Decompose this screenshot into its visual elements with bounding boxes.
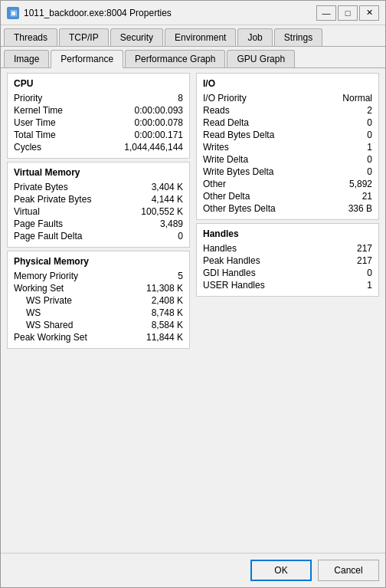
- row-label: Kernel Time: [14, 105, 63, 116]
- row-value: Normal: [342, 93, 372, 103]
- table-row: GDI Handles0: [203, 267, 372, 279]
- row-label: Other Bytes Delta: [203, 203, 276, 214]
- row-value: 2,408 K: [152, 295, 183, 306]
- virtual-memory-rows: Private Bytes3,404 KPeak Private Bytes4,…: [14, 181, 183, 242]
- table-row: Handles217: [203, 242, 372, 255]
- tab-performance-graph[interactable]: Performance Graph: [125, 50, 225, 67]
- table-row: Total Time0:00:00.171: [14, 129, 183, 141]
- table-row: Working Set11,308 K: [14, 282, 183, 294]
- row-value: 1: [367, 142, 372, 153]
- maximize-button[interactable]: □: [338, 5, 358, 21]
- row-value: 8,748 K: [152, 307, 183, 318]
- tabs-row-2: ImagePerformancePerformance GraphGPU Gra…: [1, 47, 385, 68]
- row-value: 1,044,446,144: [124, 142, 183, 153]
- tabs-row-1: ThreadsTCP/IPSecurityEnvironmentJobStrin…: [1, 25, 385, 47]
- row-label: Memory Priority: [14, 271, 78, 281]
- row-value: 217: [357, 255, 372, 266]
- row-label: Page Faults: [14, 218, 63, 229]
- row-value: 4,144 K: [152, 194, 183, 205]
- table-row: WS8,748 K: [14, 307, 183, 319]
- tab-environment[interactable]: Environment: [165, 28, 236, 46]
- table-row: I/O PriorityNormal: [203, 92, 372, 104]
- table-row: Peak Private Bytes4,144 K: [14, 193, 183, 205]
- minimize-button[interactable]: —: [316, 5, 336, 21]
- table-row: Kernel Time0:00:00.093: [14, 104, 183, 117]
- row-value: 11,844 K: [146, 332, 183, 343]
- close-button[interactable]: ✕: [359, 5, 379, 21]
- app-icon: ▣: [7, 7, 19, 19]
- row-label: Cycles: [14, 142, 41, 153]
- row-label: WS Private: [14, 295, 72, 306]
- row-label: Private Bytes: [14, 182, 68, 192]
- table-row: Reads2: [203, 104, 372, 117]
- row-value: 0:00:00.078: [135, 117, 183, 128]
- table-row: Write Delta0: [203, 153, 372, 166]
- row-value: 0: [367, 130, 372, 140]
- io-rows: I/O PriorityNormalReads2Read Delta0Read …: [203, 92, 372, 215]
- cancel-button[interactable]: Cancel: [318, 560, 379, 581]
- main-window: ▣ 1011_backdoor.exe:8004 Properties — □ …: [0, 0, 386, 588]
- table-row: Write Bytes Delta0: [203, 166, 372, 178]
- table-row: Memory Priority5: [14, 270, 183, 282]
- handles-section: Handles Handles217Peak Handles217GDI Han…: [196, 223, 379, 297]
- virtual-memory-title: Virtual Memory: [14, 167, 183, 178]
- row-value: 2: [367, 105, 372, 116]
- tab-job[interactable]: Job: [237, 28, 272, 46]
- io-section: I/O I/O PriorityNormalReads2Read Delta0R…: [196, 73, 379, 220]
- table-row: Other5,892: [203, 178, 372, 190]
- row-label: Priority: [14, 93, 42, 103]
- row-value: 5: [178, 271, 183, 281]
- table-row: Read Bytes Delta0: [203, 129, 372, 141]
- tab-gpu-graph[interactable]: GPU Graph: [227, 50, 295, 67]
- table-row: Cycles1,044,446,144: [14, 141, 183, 153]
- content-area: CPU Priority8Kernel Time0:00:00.093User …: [1, 68, 385, 553]
- right-panel: I/O I/O PriorityNormalReads2Read Delta0R…: [196, 73, 379, 548]
- table-row: USER Handles1: [203, 279, 372, 291]
- row-label: Handles: [203, 243, 237, 254]
- table-row: Page Faults3,489: [14, 218, 183, 230]
- row-value: 1: [367, 280, 372, 291]
- row-value: 0:00:00.171: [135, 130, 183, 140]
- row-value: 0:00:00.093: [135, 105, 183, 116]
- row-label: Working Set: [14, 283, 64, 294]
- row-label: Read Bytes Delta: [203, 130, 274, 140]
- panels: CPU Priority8Kernel Time0:00:00.093User …: [7, 73, 379, 548]
- tab-security[interactable]: Security: [110, 28, 163, 46]
- table-row: Page Fault Delta0: [14, 230, 183, 242]
- tab-image[interactable]: Image: [4, 50, 49, 67]
- ok-button[interactable]: OK: [250, 560, 312, 581]
- tab-threads[interactable]: Threads: [4, 28, 57, 46]
- table-row: Virtual100,552 K: [14, 205, 183, 218]
- row-value: 217: [357, 243, 372, 254]
- row-value: 0: [367, 268, 372, 278]
- row-label: Write Delta: [203, 154, 248, 165]
- table-row: Read Delta0: [203, 117, 372, 129]
- table-row: WS Shared8,584 K: [14, 319, 183, 331]
- table-row: Writes1: [203, 141, 372, 153]
- row-value: 336 B: [348, 203, 372, 214]
- window-title: 1011_backdoor.exe:8004 Properties: [24, 8, 172, 18]
- row-label: Virtual: [14, 206, 40, 217]
- row-value: 3,404 K: [152, 182, 183, 192]
- row-label: Peak Working Set: [14, 332, 87, 343]
- physical-memory-rows: Memory Priority5Working Set11,308 KWS Pr…: [14, 270, 183, 343]
- table-row: Peak Handles217: [203, 255, 372, 267]
- tab-tcp/ip[interactable]: TCP/IP: [59, 28, 109, 46]
- cpu-rows: Priority8Kernel Time0:00:00.093User Time…: [14, 92, 183, 153]
- row-value: 21: [362, 191, 372, 202]
- titlebar: ▣ 1011_backdoor.exe:8004 Properties — □ …: [1, 1, 385, 25]
- physical-memory-title: Physical Memory: [14, 256, 183, 267]
- row-label: I/O Priority: [203, 93, 247, 103]
- titlebar-left: ▣ 1011_backdoor.exe:8004 Properties: [7, 7, 172, 19]
- table-row: WS Private2,408 K: [14, 294, 183, 307]
- virtual-memory-section: Virtual Memory Private Bytes3,404 KPeak …: [7, 162, 190, 248]
- row-value: 3,489: [160, 218, 183, 229]
- row-label: Page Fault Delta: [14, 231, 82, 241]
- row-label: Peak Handles: [203, 255, 260, 266]
- table-row: User Time0:00:00.078: [14, 117, 183, 129]
- row-value: 0: [367, 117, 372, 128]
- tab-strings[interactable]: Strings: [274, 28, 322, 46]
- row-label: WS Shared: [14, 320, 73, 330]
- cpu-section: CPU Priority8Kernel Time0:00:00.093User …: [7, 73, 190, 159]
- tab-performance[interactable]: Performance: [51, 50, 123, 68]
